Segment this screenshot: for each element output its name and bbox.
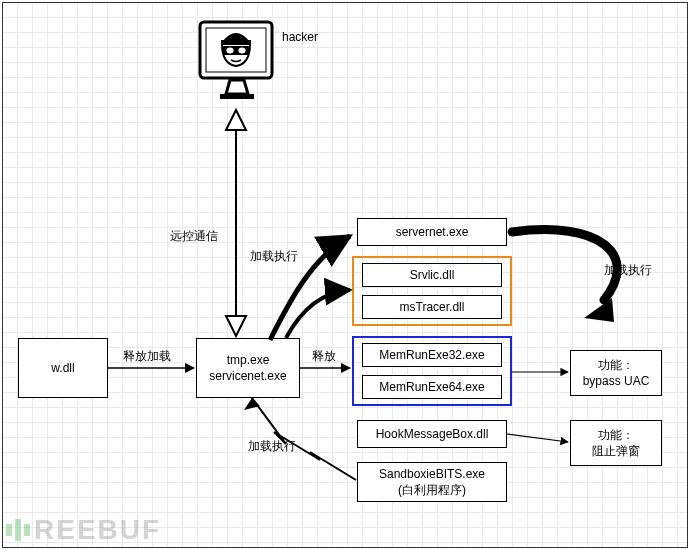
sandboxie-line2: (白利用程序) [398, 482, 466, 498]
box-memrun64: MemRunExe64.exe [362, 375, 502, 399]
watermark: REEBUF [6, 514, 161, 546]
tmp-line1: tmp.exe [227, 352, 270, 368]
box-tmp-servicenet: tmp.exe servicenet.exe [196, 338, 300, 398]
watermark-text: REEBUF [34, 514, 161, 546]
func-block-popup: 阻止弹窗 [592, 443, 640, 459]
label-release: 释放 [312, 348, 336, 365]
box-servernet: servernet.exe [357, 218, 507, 246]
func-bypass: bypass UAC [583, 373, 650, 389]
box-hookmsg: HookMessageBox.dll [357, 420, 507, 448]
svg-rect-2 [220, 94, 254, 99]
svg-rect-4 [222, 46, 250, 55]
servernet-text: servernet.exe [396, 224, 469, 240]
box-mstracer: msTracer.dll [362, 295, 502, 319]
memrun32-text: MemRunExe32.exe [379, 347, 484, 363]
box-memrun32: MemRunExe32.exe [362, 343, 502, 367]
label-load-exec-cycle: 加载执行 [604, 262, 652, 279]
func-heading1: 功能： [598, 357, 634, 373]
memrun64-text: MemRunExe64.exe [379, 379, 484, 395]
mstracer-text: msTracer.dll [400, 299, 465, 315]
wdll-text: w.dll [51, 360, 74, 376]
svg-point-5 [226, 48, 233, 54]
box-wdll: w.dll [18, 338, 108, 398]
hacker-icon [192, 14, 282, 109]
box-sandboxie: SandboxieBITS.exe (白利用程序) [357, 462, 507, 502]
tmp-line2: servicenet.exe [209, 368, 286, 384]
box-func-bypass: 功能： bypass UAC [570, 350, 662, 396]
svg-point-6 [238, 48, 245, 54]
func-heading2: 功能： [598, 427, 634, 443]
hacker-label: hacker [282, 30, 318, 44]
box-srvlic: Srvlic.dll [362, 263, 502, 287]
box-func-block-popup: 功能： 阻止弹窗 [570, 420, 662, 466]
label-release-load: 释放加载 [123, 348, 171, 365]
watermark-bars-icon [6, 519, 30, 541]
label-load-exec-bottom: 加载执行 [248, 438, 296, 455]
label-load-exec-top: 加载执行 [250, 248, 298, 265]
srvlic-text: Srvlic.dll [410, 267, 455, 283]
sandboxie-line1: SandboxieBITS.exe [379, 466, 485, 482]
label-remote-comm: 远控通信 [170, 228, 218, 245]
hookmsg-text: HookMessageBox.dll [376, 426, 489, 442]
grid-background [2, 2, 688, 548]
